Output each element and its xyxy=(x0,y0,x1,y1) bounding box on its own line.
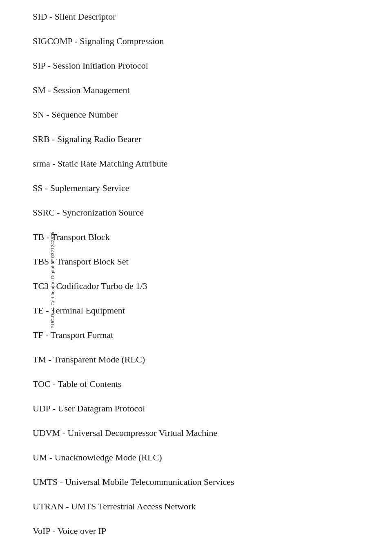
list-item: TF - Transport Format xyxy=(33,331,376,340)
list-item: VoIP - Voice over IP xyxy=(33,527,376,536)
list-item: UMTS - Universal Mobile Telecommunicatio… xyxy=(33,478,376,487)
list-item: SSRC - Syncronization Source xyxy=(33,208,376,217)
list-item: SM - Session Management xyxy=(33,86,376,95)
list-item: SS - Suplementary Service xyxy=(33,184,376,193)
list-item: UDVM - Universal Decompressor Virtual Ma… xyxy=(33,429,376,438)
list-item: SID - Silent Descriptor xyxy=(33,12,376,21)
list-item: SIGCOMP - Signaling Compression xyxy=(33,37,376,46)
list-item: UM - Unacknowledge Mode (RLC) xyxy=(33,453,376,462)
list-item: TC3 - Codificador Turbo de 1/3 xyxy=(33,282,376,291)
list-item: TE - Terminal Equipment xyxy=(33,306,376,315)
list-item: SN - Sequence Number xyxy=(33,110,376,119)
list-item: SRB - Signaling Radio Bearer xyxy=(33,135,376,144)
list-item: srma - Static Rate Matching Attribute xyxy=(33,159,376,168)
list-item: TM - Transparent Mode (RLC) xyxy=(33,355,376,364)
page-container: PUC-Rio - Certificação Digital Nº 032124… xyxy=(0,0,392,560)
list-item: UTRAN - UMTS Terrestrial Access Network xyxy=(33,502,376,511)
term-list: SID - Silent DescriptorSIGCOMP - Signali… xyxy=(33,12,376,536)
content-area: SID - Silent DescriptorSIGCOMP - Signali… xyxy=(33,0,376,552)
list-item: TOC - Table of Contents xyxy=(33,380,376,389)
list-item: SIP - Session Initiation Protocol xyxy=(33,61,376,70)
sidebar-certification-label: PUC-Rio - Certificação Digital Nº 032124… xyxy=(50,231,55,328)
list-item: TB - Transport Block xyxy=(33,233,376,242)
list-item: TBS - Transport Block Set xyxy=(33,257,376,266)
list-item: UDP - User Datagram Protocol xyxy=(33,404,376,413)
